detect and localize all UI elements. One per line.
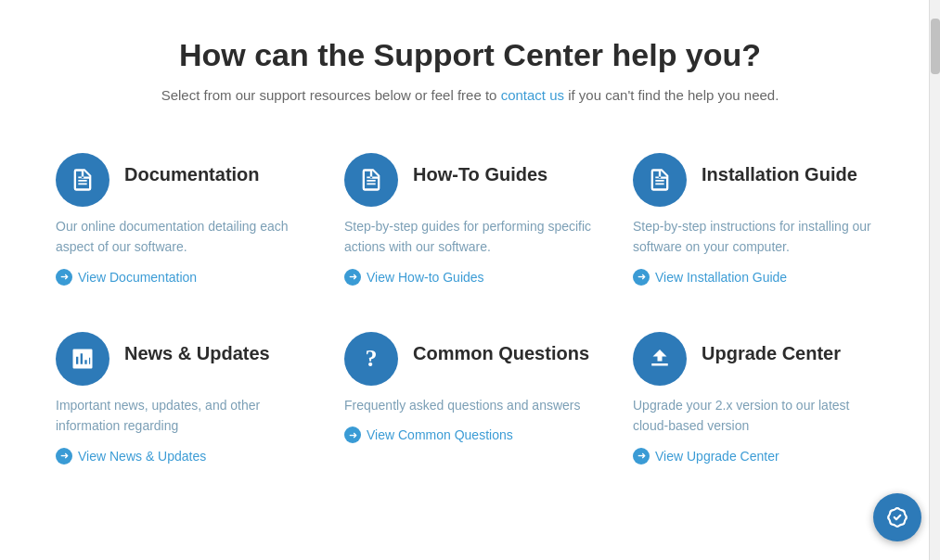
card-title-documentation: Documentation [124,153,260,185]
view-upgrade-label: View Upgrade Center [655,449,779,464]
upload-icon-upgrade [633,332,687,386]
card-title-upgrade: Upgrade Center [702,332,841,364]
card-desc-documentation: Our online documentation detailing each … [56,216,307,258]
news-svg [70,346,96,372]
view-documentation-label: View Documentation [78,270,197,285]
upgrade-svg [646,345,674,373]
card-top-questions: ? Common Questions [344,332,596,386]
question-icon-questions: ? [344,332,398,386]
card-desc-news: Important news, updates, and other infor… [56,395,307,437]
arrow-icon-upgrade: ➜ [633,448,650,465]
newspaper-icon-news [56,332,109,386]
card-desc-questions: Frequently asked questions and answers [344,395,596,415]
card-top-news: News & Updates [56,332,307,386]
view-news-label: View News & Updates [78,449,206,464]
view-upgrade-link[interactable]: ➜ View Upgrade Center [633,448,884,465]
view-installation-label: View Installation Guide [655,270,787,285]
card-desc-installation: Step-by-step instructions for installing… [633,216,884,258]
view-how-to-link[interactable]: ➜ View How-to Guides [344,269,596,286]
document-icon-documentation [56,153,109,207]
card-top-documentation: Documentation [56,153,307,207]
subtitle-after: if you can't find the help you need. [564,87,779,103]
header-subtitle: Select from our support resources below … [56,84,884,107]
view-how-to-label: View How-to Guides [367,270,484,285]
document-icon-installation [633,153,687,207]
question-mark: ? [366,345,378,373]
card-news-updates: News & Updates Important news, updates, … [56,323,307,474]
card-desc-how-to: Step-by-step guides for performing speci… [344,216,596,258]
doc-svg [70,167,96,193]
header: How can the Support Center help you? Sel… [56,37,884,107]
card-common-questions: ? Common Questions Frequently asked ques… [344,323,596,474]
arrow-icon-documentation: ➜ [56,269,72,286]
card-top-how-to: How-To Guides [344,153,596,207]
view-news-link[interactable]: ➜ View News & Updates [56,448,307,465]
badge-icon [885,505,909,529]
arrow-icon-news: ➜ [56,448,72,465]
card-top-installation: Installation Guide [633,153,884,207]
card-upgrade-center: Upgrade Center Upgrade your 2.x version … [633,323,884,474]
card-top-upgrade: Upgrade Center [633,332,884,386]
view-questions-label: View Common Questions [367,427,513,442]
subtitle-before: Select from our support resources below … [161,87,501,103]
card-title-questions: Common Questions [413,332,589,364]
arrow-icon-questions: ➜ [344,426,361,443]
doc-svg-2 [358,167,384,193]
view-installation-link[interactable]: ➜ View Installation Guide [633,269,884,286]
card-title-news: News & Updates [124,332,270,364]
view-questions-link[interactable]: ➜ View Common Questions [344,426,596,443]
page-title: How can the Support Center help you? [56,37,884,73]
page-wrapper: How can the Support Center help you? Sel… [0,0,940,492]
view-documentation-link[interactable]: ➜ View Documentation [56,269,307,286]
arrow-icon-installation: ➜ [633,269,650,286]
doc-svg-3 [647,167,673,193]
card-installation-guide: Installation Guide Step-by-step instruct… [633,144,884,295]
document-icon-how-to [344,153,398,207]
card-how-to-guides: How-To Guides Step-by-step guides for pe… [344,144,596,295]
card-documentation: Documentation Our online documentation d… [56,144,307,295]
card-title-how-to: How-To Guides [413,153,547,185]
float-help-badge[interactable] [873,493,921,541]
cards-grid: Documentation Our online documentation d… [56,144,884,474]
contact-us-link[interactable]: contact us [501,87,564,103]
card-desc-upgrade: Upgrade your 2.x version to our latest c… [633,395,884,437]
card-title-installation: Installation Guide [702,153,857,185]
arrow-icon-how-to: ➜ [344,269,361,286]
